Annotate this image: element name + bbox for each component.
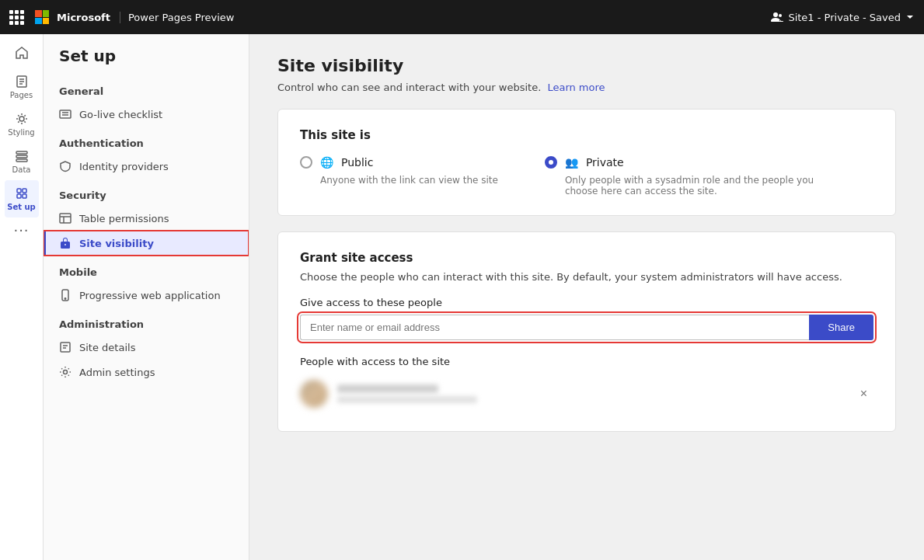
sidebar-title: Set up xyxy=(44,47,249,78)
input-row: Share xyxy=(300,315,873,340)
globe-icon: 🌐 xyxy=(320,156,333,169)
admin-settings-label: Admin settings xyxy=(79,367,155,378)
checklist-icon xyxy=(59,108,71,120)
public-radio[interactable] xyxy=(300,156,312,169)
people-icon xyxy=(771,11,783,23)
company-name: Microsoft xyxy=(57,12,110,23)
svg-rect-20 xyxy=(61,343,70,352)
section-authentication: Authentication xyxy=(44,127,249,154)
grant-desc: Choose the people who can interact with … xyxy=(300,271,873,283)
public-option[interactable]: 🌐 Public Anyone with the link can view t… xyxy=(300,156,498,186)
pages-nav-item[interactable]: Pages xyxy=(5,68,39,106)
table-permissions-label: Table permissions xyxy=(79,213,169,224)
private-label: Private xyxy=(586,156,624,169)
page-subtitle: Control who can see and interact with yo… xyxy=(277,82,896,93)
site-info-text: Site1 - Private - Saved xyxy=(788,12,901,23)
section-mobile: Mobile xyxy=(44,256,249,283)
table-icon xyxy=(59,212,71,224)
site-details-icon xyxy=(59,341,71,353)
svg-rect-15 xyxy=(60,214,71,223)
data-icon xyxy=(15,149,29,163)
public-label: Public xyxy=(341,156,373,169)
site-info[interactable]: Site1 - Private - Saved xyxy=(771,11,915,23)
sidebar-item-identity-providers[interactable]: Identity providers xyxy=(44,154,249,179)
svg-rect-7 xyxy=(16,159,27,162)
section-administration: Administration xyxy=(44,308,249,335)
styling-nav-item[interactable]: Styling xyxy=(5,106,39,143)
svg-rect-11 xyxy=(23,194,26,198)
setup-label: Set up xyxy=(7,203,36,211)
styling-label: Styling xyxy=(8,128,34,137)
ms-logo xyxy=(35,10,49,24)
sidebar-item-go-live[interactable]: Go-live checklist xyxy=(44,102,249,127)
section-security: Security xyxy=(44,179,249,206)
pages-label: Pages xyxy=(10,91,33,99)
setup-nav-item[interactable]: Set up xyxy=(5,180,39,217)
private-desc: Only people with a sysadmin role and the… xyxy=(565,175,829,197)
give-access-label: Give access to these people xyxy=(300,297,873,308)
home-nav-item[interactable] xyxy=(5,37,39,68)
sidebar-item-table-permissions[interactable]: Table permissions xyxy=(44,206,249,231)
name-email-input[interactable] xyxy=(300,315,809,340)
lock-icon xyxy=(59,237,71,249)
private-radio[interactable] xyxy=(545,156,557,169)
svg-rect-8 xyxy=(17,189,21,193)
svg-point-23 xyxy=(64,370,68,374)
svg-rect-9 xyxy=(23,189,26,193)
learn-more-link[interactable]: Learn more xyxy=(547,82,605,93)
public-desc: Anyone with the link can view the site xyxy=(320,175,498,186)
person-row: × xyxy=(300,375,873,412)
shield-icon xyxy=(59,160,71,172)
admin-settings-icon xyxy=(59,366,71,378)
sidebar-item-pwa[interactable]: Progressive web application xyxy=(44,283,249,308)
svg-point-19 xyxy=(65,298,65,299)
grid-icon[interactable] xyxy=(9,10,24,25)
site-is-title: This site is xyxy=(300,128,873,142)
private-option[interactable]: 👥 Private Only people with a sysadmin ro… xyxy=(545,156,829,197)
sidebar-item-site-details[interactable]: Site details xyxy=(44,335,249,360)
setup-icon xyxy=(15,186,29,200)
person-info xyxy=(337,384,845,403)
pwa-label: Progressive web application xyxy=(79,290,221,301)
people-access-title: People with access to the site xyxy=(300,356,873,367)
styling-icon xyxy=(15,112,29,126)
remove-person-button[interactable]: × xyxy=(854,384,873,404)
person-email-blur xyxy=(337,396,477,403)
sidebar-item-site-visibility[interactable]: Site visibility xyxy=(44,231,249,256)
people-lock-icon: 👥 xyxy=(565,156,578,169)
page-title: Site visibility xyxy=(277,56,896,75)
share-button[interactable]: Share xyxy=(809,315,873,340)
data-label: Data xyxy=(12,165,31,174)
mobile-icon xyxy=(59,289,71,301)
data-nav-item[interactable]: Data xyxy=(5,143,39,180)
more-nav-item[interactable]: ··· xyxy=(5,217,39,242)
identity-providers-label: Identity providers xyxy=(79,161,169,172)
section-general: General xyxy=(44,78,249,102)
home-icon xyxy=(15,46,29,60)
go-live-label: Go-live checklist xyxy=(79,109,162,120)
chevron-down-icon xyxy=(905,12,915,22)
site-visibility-card: This site is 🌐 Public Anyone with the li… xyxy=(277,109,896,216)
grant-title: Grant site access xyxy=(300,251,873,265)
app-name: Power Pages Preview xyxy=(120,12,234,23)
avatar xyxy=(300,380,328,408)
svg-rect-12 xyxy=(60,110,71,118)
pages-icon xyxy=(15,75,29,89)
site-details-label: Site details xyxy=(79,342,135,353)
grant-access-card: Grant site access Choose the people who … xyxy=(277,231,896,432)
person-name-blur xyxy=(337,384,438,393)
svg-point-4 xyxy=(19,117,24,121)
site-visibility-label: Site visibility xyxy=(79,238,154,249)
svg-rect-5 xyxy=(16,151,27,154)
svg-rect-10 xyxy=(17,194,21,198)
sidebar-item-admin-settings[interactable]: Admin settings xyxy=(44,360,249,384)
svg-rect-6 xyxy=(16,155,27,158)
